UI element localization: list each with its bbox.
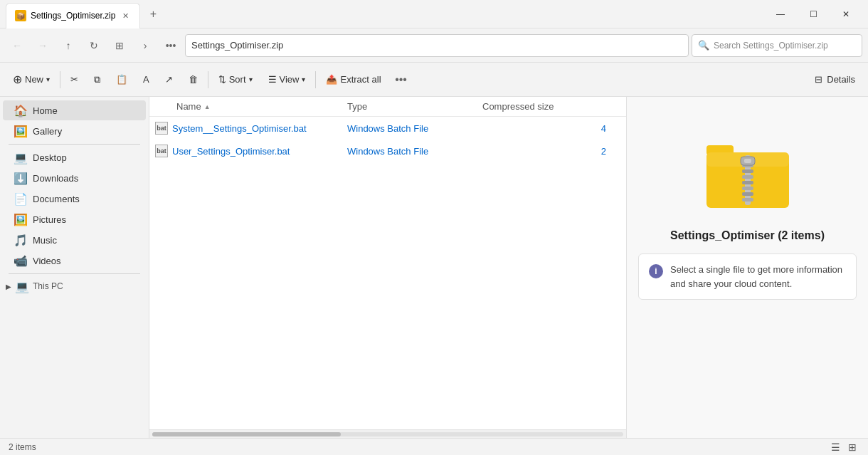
videos-icon: 📹 xyxy=(14,254,27,267)
sidebar-downloads-label: Downloads xyxy=(33,173,78,184)
file-name-2: User_Settings_Optimiser.bat xyxy=(172,146,290,157)
tab-zip-icon: 📦 xyxy=(15,10,26,21)
paste-button[interactable]: 📋 xyxy=(109,67,134,93)
sidebar-pictures-label: Pictures xyxy=(33,214,66,225)
new-tab-button[interactable]: + xyxy=(143,4,163,24)
view-label: View xyxy=(280,74,300,85)
cut-button[interactable]: ✂ xyxy=(63,67,85,93)
pictures-icon: 🖼️ xyxy=(14,213,27,226)
zip-icon-container xyxy=(705,132,790,218)
file-area: Name ▲ Type Compressed size bat System__… xyxy=(149,97,626,438)
maximize-button[interactable]: ☐ xyxy=(797,0,830,28)
file-type-2: Windows Batch File xyxy=(347,146,428,157)
scrollbar-thumb[interactable] xyxy=(152,432,341,436)
new-label: New xyxy=(25,74,43,85)
new-chevron: ▾ xyxy=(46,75,50,83)
items-count: 2 items xyxy=(9,442,36,452)
sidebar-item-home[interactable]: 🏠 Home xyxy=(3,100,146,120)
separator-2 xyxy=(208,71,208,88)
sidebar-item-videos[interactable]: 📹 Videos 📌 xyxy=(3,251,146,271)
column-type-label: Type xyxy=(347,101,367,112)
rename-button[interactable]: A xyxy=(136,67,157,93)
up-button[interactable]: ↑ xyxy=(57,34,80,57)
file-size-cell-2: 2 xyxy=(482,146,620,157)
extract-icon: 📤 xyxy=(326,74,337,85)
window-controls: — ☐ ✕ xyxy=(764,0,862,28)
grid-view-toggle[interactable]: ⊞ xyxy=(845,440,859,454)
file-list: bat System__Settings_Optimiser.bat Windo… xyxy=(149,117,626,429)
main-content: 🏠 Home 🖼️ Gallery 💻 Desktop 📌 ⬇️ Downloa… xyxy=(0,97,868,438)
more-options-button[interactable]: ••• xyxy=(390,67,413,93)
sidebar-item-desktop[interactable]: 💻 Desktop 📌 xyxy=(3,147,146,167)
info-text: Select a single file to get more informa… xyxy=(670,263,846,291)
status-bar-right: ☰ ⊞ xyxy=(828,440,859,454)
sidebar-item-documents[interactable]: 📄 Documents 📌 xyxy=(3,189,146,209)
view-button[interactable]: ☰ View ▾ xyxy=(261,67,313,93)
sort-icon: ⇅ xyxy=(218,74,226,85)
address-path[interactable]: Settings_Optimiser.zip xyxy=(185,34,689,57)
sidebar: 🏠 Home 🖼️ Gallery 💻 Desktop 📌 ⬇️ Downloa… xyxy=(0,97,149,438)
tab-title: Settings_Optimiser.zip xyxy=(31,11,115,21)
share-icon: ↗ xyxy=(165,74,173,85)
sidebar-item-pictures[interactable]: 🖼️ Pictures 📌 xyxy=(3,209,146,229)
active-tab[interactable]: 📦 Settings_Optimiser.zip ✕ xyxy=(6,3,140,28)
file-name-cell: bat System__Settings_Optimiser.bat xyxy=(155,122,347,135)
copy-button[interactable]: ⧉ xyxy=(87,67,107,93)
file-type: Windows Batch File xyxy=(347,123,428,134)
close-button[interactable]: ✕ xyxy=(830,0,862,28)
info-box: i Select a single file to get more infor… xyxy=(638,253,857,300)
sort-label: Sort xyxy=(229,74,246,85)
svg-rect-9 xyxy=(742,187,753,190)
new-button[interactable]: ⊕ New ▾ xyxy=(6,67,57,93)
svg-rect-13 xyxy=(744,159,751,163)
sidebar-item-gallery[interactable]: 🖼️ Gallery xyxy=(3,121,146,141)
table-row[interactable]: bat System__Settings_Optimiser.bat Windo… xyxy=(149,117,626,140)
sidebar-videos-label: Videos xyxy=(33,256,61,266)
sidebar-item-this-pc[interactable]: ▶ 💻 This PC xyxy=(0,277,149,296)
list-view-toggle[interactable]: ☰ xyxy=(828,440,842,454)
sidebar-item-music[interactable]: 🎵 Music 📌 xyxy=(3,230,146,250)
toolbar: ⊕ New ▾ ✂ ⧉ 📋 A ↗ 🗑 ⇅ Sort ▾ ☰ View ▾ 📤 … xyxy=(0,63,868,97)
share-button[interactable]: ↗ xyxy=(158,67,180,93)
sidebar-sep-1 xyxy=(9,144,140,145)
scrollbar-track[interactable] xyxy=(152,432,623,436)
horizontal-scrollbar[interactable] xyxy=(149,429,626,438)
column-name[interactable]: Name ▲ xyxy=(155,101,347,112)
search-box[interactable]: 🔍 Search Settings_Optimiser.zip xyxy=(692,34,862,57)
address-bar: ← → ↑ ↻ ⊞ › ••• Settings_Optimiser.zip 🔍… xyxy=(0,28,868,63)
extract-all-button[interactable]: 📤 Extract all xyxy=(319,67,388,93)
this-pc-icon: 💻 xyxy=(16,280,28,293)
more-nav-button[interactable]: ••• xyxy=(159,34,182,57)
sidebar-item-downloads[interactable]: ⬇️ Downloads 📌 xyxy=(3,168,146,188)
column-compressed-size[interactable]: Compressed size xyxy=(482,101,620,112)
refresh-button[interactable]: ↻ xyxy=(83,34,105,57)
sidebar-home-label: Home xyxy=(33,105,58,116)
delete-button[interactable]: 🗑 xyxy=(181,67,205,93)
archive-title: Settings_Optimiser (2 items) xyxy=(670,229,825,242)
forward-button[interactable]: → xyxy=(31,34,54,57)
delete-icon: 🗑 xyxy=(189,74,198,85)
music-icon: 🎵 xyxy=(14,234,27,246)
column-type[interactable]: Type xyxy=(347,101,482,112)
view-chevron: ▾ xyxy=(302,75,305,83)
bat-file-icon: bat xyxy=(155,122,168,135)
file-name: System__Settings_Optimiser.bat xyxy=(172,123,307,134)
sidebar-documents-label: Documents xyxy=(33,194,80,204)
tab-close-button[interactable]: ✕ xyxy=(120,10,131,21)
extract-label: Extract all xyxy=(340,74,381,85)
minimize-button[interactable]: — xyxy=(764,0,797,28)
details-label: Details xyxy=(827,74,855,85)
sort-button[interactable]: ⇅ Sort ▾ xyxy=(211,67,260,93)
sidebar-this-pc-label: This PC xyxy=(33,281,63,291)
home-icon: 🏠 xyxy=(14,104,27,117)
file-size: 4 xyxy=(601,123,606,134)
breadcrumb-expand-button[interactable]: › xyxy=(134,34,157,57)
zip-folder-icon xyxy=(705,140,790,211)
cut-icon: ✂ xyxy=(70,74,78,85)
details-button[interactable]: ⊟ Details xyxy=(808,67,862,93)
sidebar-desktop-label: Desktop xyxy=(33,152,67,163)
desktop-icon: 💻 xyxy=(14,151,27,164)
view-toggle-button[interactable]: ⊞ xyxy=(108,34,131,57)
table-row[interactable]: bat User_Settings_Optimiser.bat Windows … xyxy=(149,140,626,162)
back-button[interactable]: ← xyxy=(6,34,28,57)
